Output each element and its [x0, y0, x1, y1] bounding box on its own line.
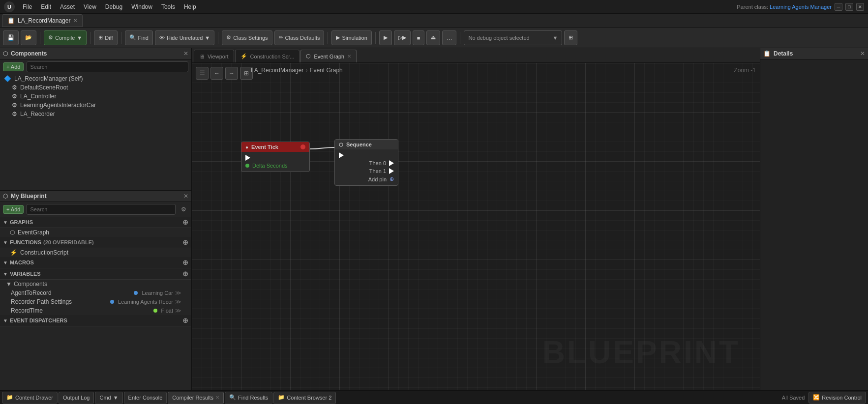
parent-class-link[interactable]: Learning Agents Manager: [770, 4, 832, 10]
my-blueprint-close[interactable]: ✕: [183, 193, 188, 200]
doc-tab-la-recordmanager[interactable]: 📋 LA_RecordManager ✕: [2, 14, 83, 27]
bp-item-constructionscript[interactable]: ⚡ ConstructionScript: [0, 248, 191, 257]
find-icon: 🔍: [129, 34, 136, 41]
debug-extra-button[interactable]: ⊞: [564, 30, 577, 45]
revision-control-label: Revision Control: [822, 395, 862, 401]
content-browser-2-tab[interactable]: 📁 Content Browser 2: [273, 392, 336, 404]
debug-object-select[interactable]: No debug object selected ▼: [464, 30, 562, 45]
diff-button[interactable]: ⊞ Diff: [94, 30, 117, 45]
components-subsection-header[interactable]: ▼ Components: [0, 280, 191, 289]
graph-forward-button[interactable]: →: [225, 67, 238, 80]
breadcrumb-root[interactable]: LA_RecordManager: [251, 67, 303, 74]
components-tree: 🔷 LA_RecordManager (Self) ⚙ DefaultScene…: [0, 74, 191, 118]
tab-event-graph[interactable]: ⬡ Event Graph ✕: [300, 50, 357, 62]
compiler-results-tab[interactable]: Compiler Results ✕: [168, 392, 224, 404]
component-item-4[interactable]: ⚙ LA_Recorder: [0, 110, 191, 118]
functions-section-header[interactable]: ▼ FUNCTIONS (20 OVERRIDABLE) ⊕: [0, 237, 191, 248]
hide-dropdown-icon[interactable]: ▼: [205, 35, 210, 41]
browse-button[interactable]: 📂: [21, 30, 36, 45]
graph-back-button[interactable]: ←: [210, 67, 223, 80]
menu-debug[interactable]: Debug: [101, 2, 126, 11]
find-results-tab[interactable]: 🔍 Find Results: [225, 392, 272, 404]
class-settings-button[interactable]: ⚙ Class Settings: [222, 30, 272, 45]
tab-viewport[interactable]: 🖥 Viewport: [194, 50, 234, 62]
menu-asset[interactable]: Asset: [56, 2, 79, 11]
output-log-tab[interactable]: Output Log: [59, 392, 94, 404]
macros-add-icon[interactable]: ⊕: [182, 259, 188, 266]
menu-view[interactable]: View: [80, 2, 100, 11]
find-button[interactable]: 🔍 Find: [125, 30, 153, 45]
ue-logo[interactable]: U: [4, 1, 15, 12]
bp-item-eventgraph[interactable]: ⬡ EventGraph: [0, 228, 191, 237]
graph-toolbar: ☰ ← → ⊞: [196, 67, 253, 80]
event-dispatchers-add-icon[interactable]: ⊕: [182, 317, 188, 324]
doc-tab-close[interactable]: ✕: [73, 18, 77, 23]
components-panel-close[interactable]: ✕: [183, 50, 188, 57]
class-defaults-button[interactable]: ✏ Class Defaults: [274, 30, 325, 45]
menu-window[interactable]: Window: [127, 2, 156, 11]
hide-unrelated-button[interactable]: 👁 Hide Unrelated ▼: [155, 30, 214, 45]
agenttorecord-type: Learning Car: [142, 290, 173, 296]
event-tick-close[interactable]: [300, 144, 305, 149]
simulation-button[interactable]: ▶ Simulation: [331, 30, 371, 45]
separator-6: [375, 32, 376, 44]
save-button[interactable]: 💾: [3, 30, 19, 45]
graphs-add-icon[interactable]: ⊕: [182, 218, 188, 226]
variables-section-header[interactable]: ▼ VARIABLES ⊕: [0, 268, 191, 280]
compile-dropdown-icon[interactable]: ▼: [77, 35, 82, 41]
components-search-input[interactable]: [27, 61, 188, 72]
macros-section-header[interactable]: ▼ MACROS ⊕: [0, 257, 191, 268]
extra-play-options[interactable]: …: [442, 30, 456, 45]
play-button[interactable]: ▶: [379, 30, 392, 45]
compile-button[interactable]: ⚙ Compile ▼: [44, 30, 87, 45]
graph-area[interactable]: ☰ ← → ⊞ LA_RecordManager › Event Graph Z…: [192, 63, 760, 390]
var-item-recordtime[interactable]: RecordTime Float ≫: [0, 306, 191, 315]
cmd-tab[interactable]: Cmd ▼: [95, 392, 122, 404]
event-tick-node[interactable]: ● Event Tick Delta Seconds: [241, 142, 310, 172]
content-drawer-button[interactable]: 📁 Content Drawer: [2, 392, 58, 404]
event-dispatchers-expand-icon: ▼: [3, 318, 8, 323]
component-item-1[interactable]: ⚙ DefaultSceneRoot: [0, 83, 191, 92]
maximize-button[interactable]: □: [845, 3, 853, 11]
menu-tools[interactable]: Tools: [157, 2, 179, 11]
revision-control-button[interactable]: 🔀 Revision Control: [808, 392, 866, 404]
menu-help[interactable]: Help: [180, 2, 200, 11]
component-icon-2: ⚙: [12, 93, 17, 100]
component-icon-4: ⚙: [12, 111, 17, 117]
functions-add-icon[interactable]: ⊕: [182, 238, 188, 246]
stop-button[interactable]: ■: [413, 30, 425, 45]
separator-2: [90, 32, 90, 44]
menu-edit[interactable]: Edit: [37, 2, 55, 11]
event-graph-close[interactable]: ✕: [347, 54, 351, 59]
graph-menu-button[interactable]: ☰: [196, 67, 209, 80]
find-label: Find: [138, 35, 149, 41]
event-tick-exec-out: [241, 154, 309, 162]
details-close[interactable]: ✕: [860, 50, 865, 57]
component-item-0[interactable]: 🔷 LA_RecordManager (Self): [0, 74, 191, 83]
enter-console-tab[interactable]: Enter Console: [124, 392, 167, 404]
my-blueprint-add-button[interactable]: + Add: [3, 205, 24, 214]
my-blueprint-gear-button[interactable]: ⚙: [179, 204, 188, 214]
tab-construction-script[interactable]: ⚡ Construction Scr...: [235, 50, 300, 62]
resume-button[interactable]: ▷▶: [394, 30, 411, 45]
my-blueprint-search-input[interactable]: [27, 204, 176, 215]
close-button[interactable]: ✕: [856, 3, 864, 11]
var-item-recorder-path-settings[interactable]: Recorder Path Settings Learning Agents R…: [0, 297, 191, 306]
sequence-node[interactable]: ⬡ Sequence Then 0 Then 1: [334, 139, 398, 186]
menu-file[interactable]: File: [19, 2, 36, 11]
event-dispatchers-section-header[interactable]: ▼ EVENT DISPATCHERS ⊕: [0, 315, 191, 326]
component-item-2[interactable]: ⚙ LA_Controller: [0, 92, 191, 101]
sequence-addpin[interactable]: Add pin ⊕: [335, 175, 398, 183]
compiler-results-close[interactable]: ✕: [215, 395, 219, 400]
recorder-path-settings-label: Recorder Path Settings: [11, 298, 72, 305]
variables-add-icon[interactable]: ⊕: [182, 270, 188, 278]
graphs-section-header[interactable]: ▼ GRAPHS ⊕: [0, 217, 191, 228]
components-add-button[interactable]: + Add: [3, 62, 24, 71]
eject-button[interactable]: ⏏: [426, 30, 440, 45]
center-panel: 🖥 Viewport ⚡ Construction Scr... ⬡ Event…: [192, 48, 760, 390]
agenttorecord-type-dot: [134, 291, 138, 295]
component-item-3[interactable]: ⚙ LearningAgentsInteractorCar: [0, 101, 191, 110]
graphs-content: ⬡ EventGraph: [0, 228, 191, 237]
minimize-button[interactable]: ─: [835, 3, 842, 11]
var-item-agenttorecord[interactable]: AgentToRecord Learning Car ≫: [0, 289, 191, 297]
